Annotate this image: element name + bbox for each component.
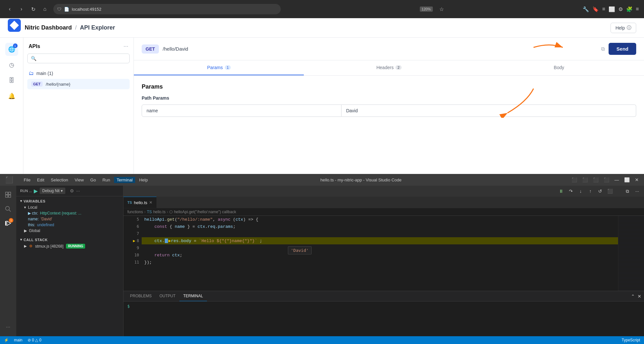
debug-step-into-icon[interactable]: ↓ — [576, 187, 585, 195]
help-button[interactable]: Help ⓘ — [611, 23, 636, 33]
cursor-indicator — [165, 239, 168, 243]
pip-icon[interactable]: ⬜ — [609, 6, 615, 12]
variables-header[interactable]: ▾ VARIABLES — [16, 198, 123, 204]
terminal-content[interactable]: $ — [123, 301, 644, 336]
activity-explorer[interactable] — [2, 188, 15, 201]
search-bar[interactable]: 🔍 — [27, 54, 130, 63]
breadcrumb: Nitric Dashboard / API Explorer — [25, 24, 115, 31]
breadcrumb-symbol: helloApi.get("/hello/:name") callback — [174, 210, 236, 214]
menu-terminal[interactable]: Terminal — [114, 177, 135, 183]
menu-file[interactable]: File — [21, 177, 33, 183]
code-editor[interactable]: 5 6 7 ▶ 8 9 — [123, 216, 644, 291]
chevron-down-icon: ▾ — [61, 189, 63, 193]
debug-pause-icon[interactable]: ⏸ — [557, 187, 565, 195]
bookmark-icon[interactable]: ☆ — [439, 6, 444, 12]
status-debug-icon: ⚡ — [4, 338, 9, 342]
line-num-9: 9 — [137, 246, 139, 250]
debug-more-icon[interactable]: ··· — [76, 188, 80, 193]
editor-tab-hello-ts[interactable]: TS hello.ts ✕ — [123, 197, 157, 208]
menu-help[interactable]: Help — [136, 177, 150, 183]
debug-step-out-icon[interactable]: ↑ — [586, 187, 595, 195]
panel-toggle-icon[interactable]: ⌃ — [631, 294, 635, 299]
address-bar[interactable]: 🛡 📄 localhost:49152 — [53, 4, 281, 14]
layout-icon4[interactable]: ⬛ — [604, 177, 609, 182]
search-input[interactable] — [39, 56, 126, 61]
param-row: name David — [142, 104, 636, 117]
local-group[interactable]: ▾ Local — [16, 204, 123, 210]
debug-restart-icon[interactable]: ↺ — [596, 187, 604, 195]
debug-badge: 1 — [9, 218, 13, 223]
stack-item-label: stmux.js [48268] — [35, 244, 63, 249]
sidebar-item-events[interactable]: 🔔 — [5, 90, 18, 103]
reload-button[interactable]: ↻ — [29, 5, 38, 14]
global-group[interactable]: ▶ Global — [16, 228, 123, 234]
line-num-10: 10 — [135, 253, 139, 257]
settings-icon[interactable]: ⚙ — [618, 6, 623, 12]
layout-icon2[interactable]: ⬛ — [582, 177, 588, 182]
tab-output[interactable]: OUTPUT — [156, 291, 179, 301]
local-label: Local — [28, 205, 37, 210]
tab-problems[interactable]: PROBLEMS — [126, 291, 156, 301]
tab-body[interactable]: Body — [474, 60, 644, 75]
layout-icon1[interactable]: ⬛ — [572, 177, 577, 182]
terminal-label: TERMINAL — [183, 294, 203, 298]
menu-run[interactable]: Run — [100, 177, 113, 183]
sidebar-item-storage[interactable]: 🗄 — [5, 74, 18, 87]
send-button[interactable]: Send — [609, 43, 636, 55]
activity-debug[interactable]: 1 — [2, 217, 15, 230]
debug-stop-icon[interactable]: ⬛ — [606, 187, 614, 195]
panel-more-icon[interactable]: ··· — [123, 43, 128, 50]
activity-extensions[interactable]: ··· — [2, 321, 15, 334]
panel-close-icon[interactable]: ✕ — [638, 294, 641, 299]
line-num-11: 11 — [135, 260, 139, 264]
maximize-icon[interactable]: ⬜ — [624, 177, 630, 182]
extensions2-icon[interactable]: 🧩 — [626, 6, 633, 12]
tab-params[interactable]: Params 1 — [134, 60, 304, 75]
debug-tooltip: 'David' — [288, 246, 312, 254]
code-line-11: }); — [142, 259, 618, 266]
sidebar-icons: 🌐 1 ◷ 🗄 🔔 — [0, 38, 23, 174]
close-tab-icon[interactable]: ✕ — [149, 200, 152, 205]
stack-item[interactable]: ▶ ⚙ stmux.js [48268] RUNNING — [16, 243, 123, 249]
tab-headers[interactable]: Headers 2 — [304, 60, 474, 75]
breadcrumb-sep1: › — [144, 210, 146, 214]
extensions-icon[interactable]: 🔧 — [583, 6, 589, 12]
app-logo[interactable] — [8, 19, 21, 32]
api-group-label[interactable]: 🗂 main (1) — [27, 68, 130, 78]
panel-title: APIs — [29, 43, 40, 49]
close-icon[interactable]: ✕ — [635, 177, 639, 182]
breadcrumb-home[interactable]: Nitric Dashboard — [25, 24, 72, 31]
request-method-badge: GET — [142, 44, 159, 54]
debug-split-icon[interactable]: ⧉ — [623, 187, 632, 195]
debug-step-icon-inline: ▶ — [168, 238, 171, 243]
ctx-variable[interactable]: ▶ ctx: HttpContext {request: ... — [16, 210, 123, 216]
sidebar-item-apis[interactable]: 🌐 1 — [5, 43, 18, 56]
home-button[interactable]: ⌂ — [40, 5, 49, 14]
menu-view[interactable]: View — [72, 177, 86, 183]
callstack-header[interactable]: ▾ CALL STACK — [16, 236, 123, 243]
menu-icon[interactable]: ≡ — [636, 6, 639, 12]
debug-config[interactable]: Debug Nit ▾ — [40, 188, 65, 194]
debug-play-button[interactable]: ▶ — [34, 188, 38, 194]
menu-selection[interactable]: Selection — [48, 177, 71, 183]
minimize-icon[interactable]: — — [614, 177, 619, 182]
bookmark-list-icon[interactable]: 🔖 — [592, 6, 599, 12]
debug-more-icon2[interactable]: ··· — [633, 187, 641, 195]
line-num-6: 6 — [137, 224, 139, 229]
zoom-level: 120% — [420, 6, 433, 12]
forward-button[interactable]: › — [17, 5, 26, 14]
activity-search[interactable] — [2, 203, 15, 215]
api-route-item[interactable]: GET /hello/{name} — [27, 79, 130, 89]
debug-settings-icon[interactable]: ⚙ — [70, 188, 74, 193]
menu-go[interactable]: Go — [88, 177, 98, 183]
status-bar: ⚡ main ⊘ 0 △ 0 TypeScript — [0, 336, 644, 344]
layout-icon3[interactable]: ⬛ — [593, 177, 599, 182]
tab-terminal[interactable]: TERMINAL — [179, 291, 207, 301]
reader-mode-icon[interactable]: ≡ — [602, 6, 605, 12]
copy-icon[interactable]: ⧉ — [601, 46, 605, 52]
param-value-input[interactable]: David — [341, 104, 636, 117]
debug-step-over-icon[interactable]: ↷ — [567, 187, 575, 195]
sidebar-item-history[interactable]: ◷ — [5, 58, 18, 71]
menu-edit[interactable]: Edit — [34, 177, 47, 183]
back-button[interactable]: ‹ — [5, 5, 14, 14]
